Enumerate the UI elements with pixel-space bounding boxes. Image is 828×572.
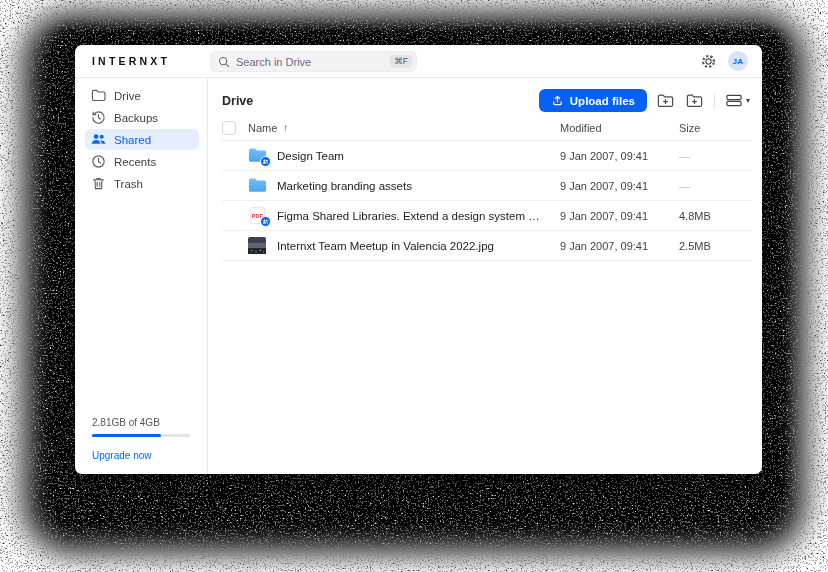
column-name[interactable]: Name <box>248 122 277 134</box>
sidebar-item-label: Drive <box>114 90 141 102</box>
view-mode-selector[interactable]: ▾ <box>724 94 752 107</box>
search-placeholder: Search in Drive <box>236 56 390 68</box>
upload-folder-button[interactable] <box>685 91 705 111</box>
backup-history-icon <box>91 110 106 125</box>
file-name: Design Team <box>277 150 344 162</box>
file-size: 4.8MB <box>679 210 752 222</box>
sidebar-nav: Drive <box>75 85 207 195</box>
sidebar-item-label: Trash <box>114 178 143 190</box>
shared-people-icon <box>91 132 106 147</box>
breadcrumb: Drive <box>222 94 253 108</box>
upload-icon <box>551 94 564 107</box>
main-header: Drive Upload files <box>222 78 752 115</box>
table-row[interactable]: PDF Figma Sha <box>222 201 752 231</box>
upload-files-label: Upload files <box>570 95 635 107</box>
folder-plus-icon <box>657 93 674 108</box>
avatar[interactable]: JA <box>728 51 748 71</box>
column-modified[interactable]: Modified <box>560 122 679 134</box>
search-input[interactable]: Search in Drive ⌘F <box>210 51 417 72</box>
table-header: Name ↑ Modified Size <box>222 115 752 141</box>
file-name: Internxt Team Meetup in Valencia 2022.jp… <box>277 240 494 252</box>
sidebar-item-recents[interactable]: Recents <box>85 151 199 172</box>
sidebar-item-label: Recents <box>114 156 156 168</box>
file-modified: 9 Jan 2007, 09:41 <box>560 180 679 192</box>
topbar-right: JA <box>698 51 748 71</box>
folder-icon <box>91 88 106 103</box>
folder-blue-icon <box>248 177 267 193</box>
sidebar: Drive <box>75 78 208 474</box>
brand-logo: INTERNXT <box>92 55 170 67</box>
storage-progress-fill <box>92 434 161 437</box>
sidebar-item-trash[interactable]: Trash <box>85 173 199 194</box>
sidebar-item-shared[interactable]: Shared <box>85 129 199 150</box>
sidebar-item-label: Backups <box>114 112 158 124</box>
gear-icon <box>700 53 717 70</box>
shared-badge-icon <box>260 156 271 167</box>
search-shortcut-badge: ⌘F <box>390 55 412 68</box>
file-name: Figma Shared Libraries. Extend a design … <box>277 210 546 222</box>
shared-badge-icon <box>260 216 271 227</box>
search-icon <box>218 56 230 68</box>
main-panel: Drive Upload files <box>208 78 762 474</box>
list-view-icon <box>726 94 742 107</box>
image-thumbnail <box>248 237 266 254</box>
file-name: Marketing branding assets <box>277 180 412 192</box>
file-size: 2.5MB <box>679 240 752 252</box>
sidebar-item-backups[interactable]: Backups <box>85 107 199 128</box>
file-size: — <box>679 180 752 192</box>
file-modified: 9 Jan 2007, 09:41 <box>560 240 679 252</box>
folder-upload-icon <box>686 93 703 108</box>
settings-button[interactable] <box>698 51 718 71</box>
upload-files-button[interactable]: Upload files <box>539 89 647 112</box>
sort-ascending-icon[interactable]: ↑ <box>283 122 288 133</box>
app-window: INTERNXT Search in Drive ⌘F JA <box>75 45 762 474</box>
toolbar-divider <box>714 93 715 109</box>
file-size: — <box>679 150 752 162</box>
file-list: PDF Design Te <box>222 141 752 261</box>
trash-icon <box>91 176 106 191</box>
table-row[interactable]: PDF Internxt <box>222 231 752 261</box>
storage-progress-track <box>92 434 190 437</box>
table-row[interactable]: PDF Design Te <box>222 141 752 171</box>
toolbar: Upload files <box>539 89 752 112</box>
sidebar-item-drive[interactable]: Drive <box>85 85 199 106</box>
storage-usage-label: 2.81GB of 4GB <box>92 417 191 428</box>
upgrade-link[interactable]: Upgrade now <box>92 450 191 461</box>
sidebar-item-label: Shared <box>114 134 151 146</box>
chevron-down-icon: ▾ <box>746 96 750 105</box>
app-body: Drive <box>75 78 762 474</box>
table-row[interactable]: PDF Marketing <box>222 171 752 201</box>
file-modified: 9 Jan 2007, 09:41 <box>560 210 679 222</box>
storage-panel: 2.81GB of 4GB Upgrade now <box>75 417 207 474</box>
select-all-checkbox[interactable] <box>222 121 236 135</box>
create-folder-button[interactable] <box>656 91 676 111</box>
file-modified: 9 Jan 2007, 09:41 <box>560 150 679 162</box>
clock-icon <box>91 154 106 169</box>
column-size[interactable]: Size <box>679 122 752 134</box>
top-bar: INTERNXT Search in Drive ⌘F JA <box>75 45 762 78</box>
